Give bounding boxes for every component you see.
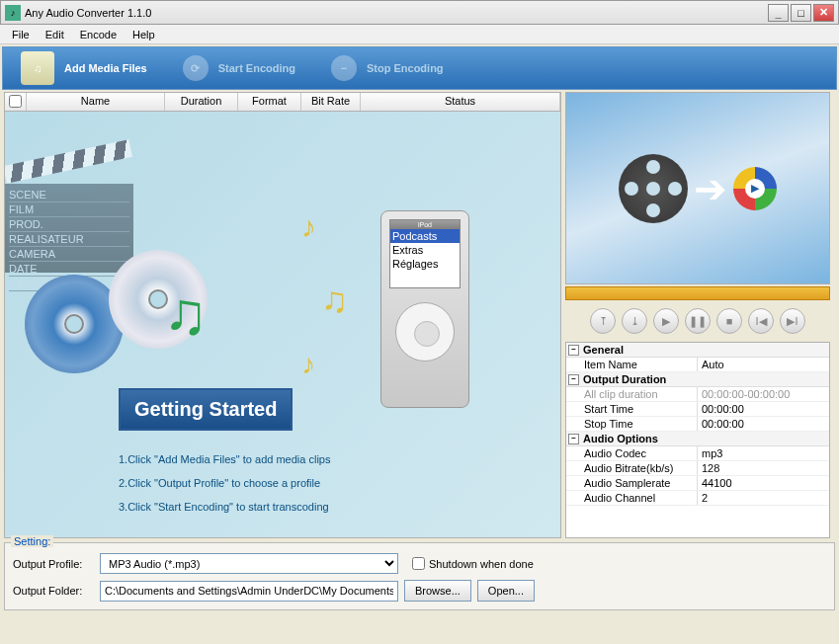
prop-item-name[interactable]: Item Name Auto	[566, 358, 829, 372]
pause-button[interactable]: ❚❚	[685, 308, 711, 334]
add-media-files-button[interactable]: ♫ Add Media Files	[3, 48, 165, 88]
collapse-toggle[interactable]: −	[568, 345, 579, 356]
collapse-toggle[interactable]: −	[568, 374, 579, 385]
player-controls: ⤒ ⤓ ▶ ❚❚ ■ I◀ ▶I	[565, 300, 830, 342]
titlebar: ♪ Any Audio Converter 1.1.0 _ □ ✕	[0, 0, 839, 25]
arrow-right-icon: ➔	[694, 166, 727, 211]
step-3: 3.Click "Start Encoding" to start transc…	[119, 495, 330, 519]
output-profile-label: Output Profile:	[13, 558, 94, 570]
file-list-empty-area: SCENEFILMPROD. REALISATEURCAMERADATECAME…	[4, 112, 561, 538]
shutdown-label: Shutdown when done	[429, 558, 534, 570]
browse-button[interactable]: Browse...	[404, 580, 471, 602]
output-folder-label: Output Folder:	[13, 585, 94, 597]
window-title: Any Audio Converter 1.1.0	[25, 7, 768, 19]
col-name[interactable]: Name	[27, 93, 165, 111]
prev-button[interactable]: I◀	[748, 308, 774, 334]
play-button[interactable]: ▶	[653, 308, 679, 334]
app-icon: ♪	[5, 5, 21, 21]
music-folder-icon: ♫	[21, 51, 54, 85]
collapse-toggle[interactable]: −	[568, 434, 579, 444]
prop-start-time[interactable]: Start Time 00:00:00	[566, 402, 829, 417]
prop-audio-bitrate[interactable]: Audio Bitrate(kb/s) 128	[566, 461, 829, 476]
menu-encode[interactable]: Encode	[72, 27, 125, 42]
set-start-button[interactable]: ⤒	[590, 308, 616, 334]
prop-audio-channel[interactable]: Audio Channel 2	[566, 491, 829, 506]
col-status[interactable]: Status	[361, 93, 560, 111]
film-reel-icon	[619, 154, 688, 223]
menubar: File Edit Encode Help	[0, 25, 839, 44]
open-button[interactable]: Open...	[477, 580, 535, 602]
step-1: 1.Click "Add Media Files" to add media c…	[119, 447, 330, 471]
section-audio-options: − Audio Options	[566, 432, 829, 446]
music-note-icon: ♫	[163, 280, 208, 348]
menu-edit[interactable]: Edit	[38, 27, 72, 42]
menu-file[interactable]: File	[4, 27, 38, 42]
start-encoding-button[interactable]: ⟳ Start Encoding	[165, 48, 313, 88]
music-note-icon: ♫	[321, 280, 348, 321]
settings-legend: Setting:	[11, 535, 53, 547]
stop-icon: −	[331, 55, 357, 81]
shutdown-checkbox-wrap[interactable]: Shutdown when done	[412, 557, 534, 570]
settings-panel: Setting: Output Profile: MP3 Audio (*.mp…	[4, 542, 835, 610]
col-duration[interactable]: Duration	[165, 93, 238, 111]
prop-audio-samplerate[interactable]: Audio Samplerate 44100	[566, 476, 829, 491]
start-icon: ⟳	[183, 55, 209, 81]
step-2: 2.Click "Output Profile" to choose a pro…	[119, 471, 330, 495]
getting-started-banner: Getting Started	[119, 388, 293, 431]
file-list-header: Name Duration Format Bit Rate Status	[4, 92, 561, 112]
section-general: − General	[566, 343, 829, 358]
select-all-checkbox[interactable]	[5, 93, 27, 111]
stop-encoding-button[interactable]: − Stop Encoding	[313, 48, 461, 88]
prop-all-clip-duration: All clip duration 00:00:00-00:00:00	[566, 387, 829, 402]
music-note-icon: ♪	[301, 210, 316, 244]
col-bitrate[interactable]: Bit Rate	[301, 93, 361, 111]
music-note-icon: ♪	[301, 349, 315, 380]
set-end-button[interactable]: ⤓	[622, 308, 647, 334]
add-media-label: Add Media Files	[64, 62, 147, 74]
stop-encoding-label: Stop Encoding	[367, 62, 444, 74]
stop-button[interactable]: ■	[716, 308, 742, 334]
start-encoding-label: Start Encoding	[218, 62, 295, 74]
section-output-duration: − Output Duration	[566, 372, 829, 387]
getting-started-steps: 1.Click "Add Media Files" to add media c…	[119, 447, 330, 519]
prop-stop-time[interactable]: Stop Time 00:00:00	[566, 417, 829, 432]
prop-audio-codec[interactable]: Audio Codec mp3	[566, 446, 829, 461]
video-preview-panel: ➔ ▶	[565, 92, 830, 284]
checkbox-all[interactable]	[9, 95, 22, 108]
output-profile-select[interactable]: MP3 Audio (*.mp3)	[100, 553, 398, 574]
maximize-button[interactable]: □	[791, 4, 811, 22]
col-format[interactable]: Format	[238, 93, 301, 111]
next-button[interactable]: ▶I	[780, 308, 805, 334]
close-button[interactable]: ✕	[813, 4, 834, 22]
menu-help[interactable]: Help	[125, 27, 163, 42]
property-grid: − General Item Name Auto − Output Durati…	[565, 342, 830, 538]
ipod-graphic: iPod Podcasts Extras Réglages	[380, 210, 469, 408]
toolbar: ♫ Add Media Files ⟳ Start Encoding − Sto…	[2, 46, 837, 90]
media-player-icon: ▶	[733, 167, 777, 210]
seek-slider[interactable]	[565, 286, 830, 300]
minimize-button[interactable]: _	[768, 4, 789, 22]
shutdown-checkbox[interactable]	[412, 557, 425, 570]
output-folder-input[interactable]	[100, 581, 398, 602]
clapperboard-graphic: SCENEFILMPROD. REALISATEURCAMERADATECAME…	[5, 166, 133, 275]
